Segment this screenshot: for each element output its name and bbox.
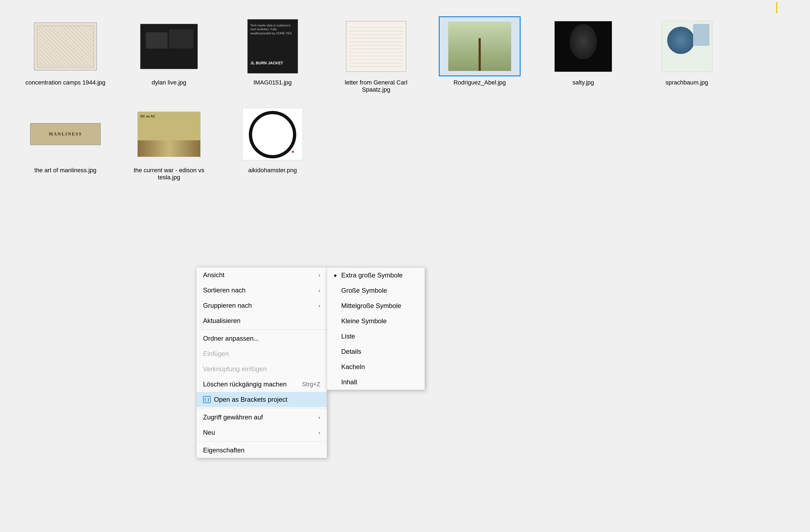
thumb-salty <box>555 21 612 72</box>
thumb-war <box>137 112 200 157</box>
file-label: Rodriguez_Abel.jpg <box>454 79 506 86</box>
file-label: dylan live.jpg <box>151 79 186 86</box>
thumb-tree <box>662 21 712 72</box>
bullet-icon: ● <box>334 272 341 278</box>
menu-item-aktualisieren[interactable]: Aktualisieren <box>196 313 327 328</box>
menu-item-content: Sortieren nach <box>203 287 318 294</box>
submenu-label: Inhalt <box>341 378 357 386</box>
file-item[interactable]: IMAG0151.jpg <box>229 16 316 86</box>
thumbnail <box>242 108 303 160</box>
thumbnail-wrapper <box>232 16 313 76</box>
sortieren-label: Sortieren nach <box>203 287 246 294</box>
zugriff-label: Zugriff gewähren auf <box>203 414 263 421</box>
menu-separator-3 <box>196 441 327 441</box>
thumb-concert <box>140 24 198 69</box>
arrow-icon: › <box>318 272 320 278</box>
arrow-icon: › <box>318 414 320 421</box>
aktualisieren-label: Aktualisieren <box>203 317 240 325</box>
file-grid: concentration camps 1944.jpg dylan live.… <box>0 0 810 197</box>
thumb-letter <box>346 21 406 72</box>
gruppieren-label: Gruppieren nach <box>203 302 252 309</box>
thumbnail-wrapper <box>335 16 417 76</box>
submenu-item-mittelgross[interactable]: Mittelgroße Symbole <box>327 298 425 313</box>
thumbnail <box>448 21 511 71</box>
thumb-map <box>34 22 97 70</box>
menu-item-content: Neu <box>203 429 318 436</box>
arrow-icon: › <box>318 287 320 293</box>
submenu-label: Mittelgroße Symbole <box>341 302 401 310</box>
file-item[interactable]: the current war - edison vs tesla.jpg <box>125 104 213 181</box>
file-item[interactable]: concentration camps 1944.jpg <box>22 16 109 86</box>
thumbnail <box>34 22 97 70</box>
file-label: the art of manliness.jpg <box>34 167 96 174</box>
submenu-label: Kacheln <box>341 363 365 371</box>
menu-item-content: Aktualisieren <box>203 317 320 325</box>
arrow-icon: › <box>318 303 320 309</box>
menu-item-content: Ansicht <box>203 271 318 279</box>
menu-item-loeschen[interactable]: Löschen rückgängig machen Strg+Z <box>196 377 327 392</box>
thumbnail <box>554 21 612 72</box>
submenu-item-klein[interactable]: Kleine Symbole <box>327 313 425 329</box>
submenu-label: Liste <box>341 333 355 340</box>
submenu-item-kacheln[interactable]: Kacheln <box>327 359 425 374</box>
file-item[interactable]: the art of manliness.jpg <box>22 104 109 174</box>
menu-item-content: Einfügen <box>203 350 320 358</box>
file-item[interactable]: aikidohamster.png <box>229 104 316 174</box>
menu-item-eigenschaften[interactable]: Eigenschaften <box>196 442 327 458</box>
menu-separator-2 <box>196 408 327 408</box>
file-item-selected[interactable]: Rodriguez_Abel.jpg <box>436 16 523 86</box>
thumbnail <box>30 123 101 145</box>
menu-item-brackets[interactable]: { } Open as Brackets project <box>196 392 327 407</box>
submenu-item-extra-gross[interactable]: ● Extra große Symbole <box>327 268 425 283</box>
menu-item-gruppieren[interactable]: Gruppieren nach › <box>196 298 327 313</box>
verknuepfung-label: Verknüpfung einfügen <box>203 365 267 373</box>
menu-separator-1 <box>196 329 327 330</box>
menu-item-content: Zugriff gewähren auf <box>203 414 318 421</box>
thumbnail <box>346 21 406 72</box>
thumbnail <box>137 111 200 157</box>
menu-item-ansicht[interactable]: Ansicht › ● Extra große Symbole Große Sy… <box>196 268 327 283</box>
shortcut-label: Strg+Z <box>302 381 320 388</box>
brackets-icon: { } <box>203 396 211 403</box>
submenu-label: Große Symbole <box>341 287 387 294</box>
menu-item-verknuepfung: Verknüpfung einfügen <box>196 361 327 377</box>
menu-item-sortieren[interactable]: Sortieren nach › <box>196 283 327 298</box>
file-item[interactable]: dylan live.jpg <box>125 16 213 86</box>
menu-item-neu[interactable]: Neu › <box>196 425 327 440</box>
menu-item-content: Löschen rückgängig machen <box>203 381 302 388</box>
submenu-item-liste[interactable]: Liste <box>327 329 425 344</box>
arrow-icon: › <box>318 430 320 436</box>
thumbnail <box>140 24 198 69</box>
submenu-label: Details <box>341 348 361 355</box>
file-label: sprachbaum.jpg <box>666 79 708 86</box>
file-item[interactable]: salty.jpg <box>540 16 627 86</box>
thumbnail-wrapper <box>25 104 106 164</box>
ansicht-label: Ansicht <box>203 271 225 279</box>
file-label: concentration camps 1944.jpg <box>25 79 106 86</box>
submenu-item-gross[interactable]: Große Symbole <box>327 283 425 298</box>
menu-item-zugriff[interactable]: Zugriff gewähren auf › <box>196 409 327 425</box>
thumbnail-wrapper <box>439 16 521 76</box>
loeschen-label: Löschen rückgängig machen <box>203 381 287 388</box>
file-label: aikidohamster.png <box>248 167 297 174</box>
file-label: IMAG0151.jpg <box>254 79 292 86</box>
file-item[interactable]: letter from General Carl Spaatz.jpg <box>333 16 420 93</box>
thumbnail-wrapper <box>128 104 210 164</box>
menu-item-content: Eigenschaften <box>203 447 320 454</box>
thumbnail-wrapper <box>128 16 210 76</box>
brackets-logo: { } <box>203 396 211 403</box>
thumbnail-wrapper <box>25 16 106 76</box>
ordner-label: Ordner anpassen... <box>203 335 259 342</box>
submenu-label: Kleine Symbole <box>341 317 387 325</box>
thumb-manliness <box>30 123 100 145</box>
thumb-forest <box>448 22 511 71</box>
thumb-jacket <box>247 19 298 74</box>
file-label: salty.jpg <box>572 79 594 86</box>
menu-item-content: Ordner anpassen... <box>203 335 320 342</box>
thumbnail-wrapper <box>646 16 728 76</box>
submenu-item-inhalt[interactable]: Inhalt <box>327 374 425 390</box>
file-item[interactable]: sprachbaum.jpg <box>643 16 730 86</box>
submenu-item-details[interactable]: Details <box>327 344 425 359</box>
file-label: letter from General Carl Spaatz.jpg <box>335 79 417 93</box>
menu-item-ordner[interactable]: Ordner anpassen... <box>196 331 327 346</box>
